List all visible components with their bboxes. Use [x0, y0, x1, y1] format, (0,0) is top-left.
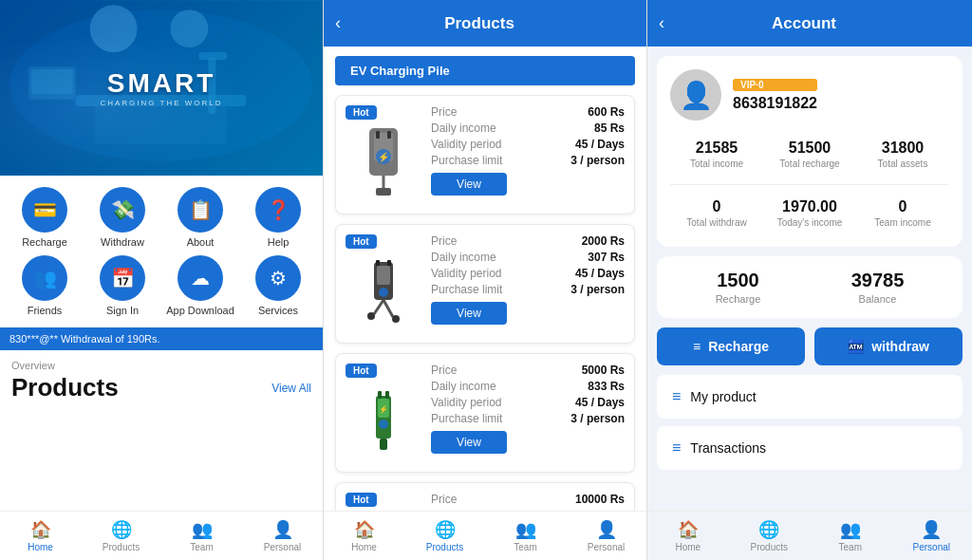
account-body: 👤 VIP·0 8638191822 21585 Total income 51… — [647, 47, 972, 511]
p2-nav-products[interactable]: 🌐 Products — [404, 512, 485, 560]
validity-label-3: Validity period — [431, 396, 501, 409]
p3-nav-home[interactable]: 🏠 Home — [647, 512, 729, 560]
svg-point-20 — [379, 288, 388, 297]
price-row-2: Price 2000 Rs — [431, 234, 625, 248]
p2-nav-personal[interactable]: 👤 Personal — [566, 512, 646, 560]
products-nav-label: Products — [103, 542, 140, 552]
stat-todays-income-label: Today's income — [767, 217, 852, 228]
services-button[interactable]: ⚙ Services — [243, 255, 313, 316]
product-card-3: Hot ⚡ Price 5000 Rs Daily in — [335, 353, 635, 473]
recharge-btn-label: Recharge — [708, 339, 769, 354]
svg-rect-5 — [95, 106, 228, 144]
recharge-balance-label: Recharge — [716, 293, 761, 305]
total-balance-label: Balance — [851, 293, 905, 305]
limit-row-3: Purchase limit 3 / person — [431, 412, 625, 425]
product-card-4: Hot Price 10000 Rs Daily income 1818 Rs — [335, 482, 635, 511]
withdraw-icon: 💸 — [100, 187, 145, 233]
action-buttons: ≡ Recharge 🏧 withdraw — [657, 327, 963, 365]
stat-todays-income: 1970.00 Today's income — [763, 193, 856, 233]
svg-text:⚡: ⚡ — [378, 151, 390, 163]
recharge-button[interactable]: 💳 Recharge — [9, 187, 80, 248]
svg-rect-30 — [385, 391, 389, 399]
p2-products-icon: 🌐 — [435, 519, 456, 540]
recharge-label: Recharge — [22, 236, 67, 248]
stat-team-income-label: Team income — [860, 217, 945, 228]
account-bottom-nav: 🏠 Home 🌐 Products 👥 Team 👤 Personal — [647, 511, 972, 560]
category-tag[interactable]: EV Charging Pile — [335, 56, 635, 85]
account-back-button[interactable]: ‹ — [659, 13, 664, 33]
p2-products-label: Products — [426, 542, 463, 552]
recharge-icon: 💳 — [22, 187, 67, 233]
help-button[interactable]: ❓ Help — [243, 187, 313, 248]
p2-home-label: Home — [351, 542, 377, 552]
view-button-3[interactable]: View — [431, 431, 507, 454]
price-label-1: Price — [431, 105, 457, 119]
svg-rect-7 — [198, 52, 227, 60]
friends-icon: 👥 — [22, 255, 67, 301]
app-download-label: App Download — [166, 305, 234, 316]
account-header: ‹ Account — [647, 0, 972, 47]
stats-grid-2: 0 Total withdraw 1970.00 Today's income … — [670, 184, 949, 233]
products-back-button[interactable]: ‹ — [335, 13, 341, 33]
withdraw-button[interactable]: 💸 Withdraw — [87, 187, 158, 248]
account-withdraw-button[interactable]: 🏧 withdraw — [814, 327, 963, 365]
svg-point-23 — [367, 312, 375, 320]
view-button-2[interactable]: View — [431, 302, 507, 325]
p3-products-label: Products — [751, 542, 788, 552]
income-label-3: Daily income — [431, 380, 496, 393]
stat-team-income-value: 0 — [860, 198, 945, 215]
profile-card: 👤 VIP·0 8638191822 21585 Total income 51… — [657, 56, 963, 247]
validity-value-1: 45 / Days — [575, 138, 625, 151]
p2-nav-team[interactable]: 👥 Team — [485, 512, 566, 560]
nav-products[interactable]: 🌐 Products — [81, 512, 161, 560]
nav-personal[interactable]: 👤 Personal — [242, 512, 323, 560]
income-label-1: Daily income — [431, 121, 496, 135]
income-row-2: Daily income 307 Rs — [431, 251, 625, 264]
transactions-menu-item[interactable]: ≡ Transactions — [657, 426, 963, 470]
hot-badge-2: Hot — [346, 234, 377, 249]
limit-label-3: Purchase limit — [431, 412, 502, 425]
price-row-1: Price 600 Rs — [431, 105, 625, 119]
p3-personal-icon: 👤 — [921, 519, 942, 540]
total-balance-value: 39785 — [851, 270, 905, 291]
recharge-balance: 1500 Recharge — [716, 270, 761, 305]
transactions-label: Transactions — [690, 440, 766, 456]
app-download-button[interactable]: ☁ App Download — [165, 255, 235, 316]
personal-nav-icon: 👤 — [272, 519, 293, 540]
svg-rect-12 — [376, 131, 380, 139]
limit-label-2: Purchase limit — [431, 283, 502, 296]
home-nav-label: Home — [28, 542, 53, 552]
nav-home[interactable]: 🏠 Home — [0, 512, 81, 560]
p3-home-icon: 🏠 — [678, 519, 699, 540]
income-value-2: 307 Rs — [588, 251, 625, 264]
price-label-3: Price — [431, 364, 457, 377]
about-button[interactable]: 📋 About — [165, 187, 235, 248]
home-panel: SMART CHARGING THE WORLD 💳 Recharge 💸 Wi… — [0, 0, 324, 560]
p3-nav-products[interactable]: 🌐 Products — [729, 512, 811, 560]
svg-line-22 — [383, 300, 393, 317]
personal-nav-label: Personal — [264, 542, 301, 552]
friends-button[interactable]: 👥 Friends — [9, 255, 80, 316]
help-label: Help — [268, 236, 290, 248]
sign-in-icon: 📅 — [100, 255, 145, 301]
svg-point-2 — [90, 5, 138, 52]
view-all-link[interactable]: View All — [271, 382, 311, 395]
app-download-icon: ☁ — [178, 255, 223, 301]
account-panel-title: Account — [672, 14, 936, 33]
svg-point-31 — [379, 420, 388, 429]
account-recharge-button[interactable]: ≡ Recharge — [657, 327, 805, 365]
p2-nav-home[interactable]: 🏠 Home — [324, 512, 404, 560]
p3-nav-team[interactable]: 👥 Team — [810, 512, 891, 560]
sign-in-button[interactable]: 📅 Sign In — [87, 255, 158, 316]
charger-svg-3: ⚡ — [355, 382, 412, 457]
view-button-1[interactable]: View — [431, 173, 507, 196]
my-product-menu-item[interactable]: ≡ My product — [657, 375, 963, 419]
p3-nav-personal[interactable]: 👤 Personal — [891, 512, 973, 560]
nav-team[interactable]: 👥 Team — [161, 512, 242, 560]
svg-rect-15 — [376, 188, 391, 196]
product-info-3: Price 5000 Rs Daily income 833 Rs Validi… — [431, 364, 625, 462]
my-product-label: My product — [690, 389, 756, 404]
stat-todays-income-value: 1970.00 — [767, 198, 852, 215]
income-row-4: Daily income 1818 Rs — [431, 509, 625, 511]
services-icon: ⚙ — [255, 255, 301, 301]
